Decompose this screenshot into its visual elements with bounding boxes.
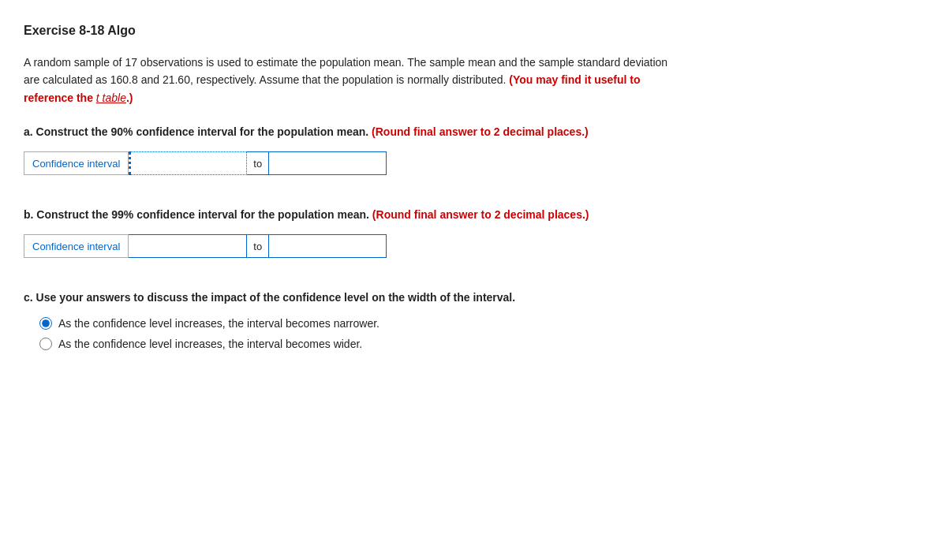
part-b-input-lower[interactable] <box>129 234 247 258</box>
t-table-link[interactable]: t table <box>96 91 126 104</box>
description: A random sample of 17 observations is us… <box>24 54 892 106</box>
part-a-section: a. Construct the 90% confidence interval… <box>24 124 907 175</box>
part-b-label: b. <box>24 208 33 221</box>
radio-item-narrower[interactable]: As the confidence level increases, the i… <box>39 317 907 330</box>
part-b-confidence-row: Confidence interval to <box>24 234 907 258</box>
part-b-input-upper[interactable] <box>268 234 387 258</box>
part-b-question-label: b. Construct the 99% confidence interval… <box>24 207 907 223</box>
part-b-round-note: (Round final answer to 2 decimal places.… <box>372 208 589 221</box>
part-a-confidence-label: Confidence interval <box>24 151 129 175</box>
part-a-label: a. <box>24 125 33 138</box>
part-c-label: c. <box>24 291 33 304</box>
desc-text1: A random sample of 17 observations is us… <box>24 56 667 69</box>
part-b-to-label: to <box>247 234 268 258</box>
radio-item-wider[interactable]: As the confidence level increases, the i… <box>39 338 907 350</box>
desc-text2: are calculated as 160.8 and 21.60, respe… <box>24 73 506 86</box>
part-a-input-upper[interactable] <box>268 151 387 175</box>
part-a-to-label: to <box>247 151 268 175</box>
part-a-question-text: Construct the 90% confidence interval fo… <box>36 125 372 138</box>
radio-narrower[interactable] <box>39 317 52 330</box>
part-a-confidence-row: Confidence interval to <box>24 151 907 175</box>
part-c-section: c. Use your answers to discuss the impac… <box>24 289 907 350</box>
part-a-question-label: a. Construct the 90% confidence interval… <box>24 124 907 140</box>
part-a-round-note: (Round final answer to 2 decimal places.… <box>372 125 589 138</box>
radio-wider[interactable] <box>39 338 52 350</box>
radio-wider-label: As the confidence level increases, the i… <box>58 338 362 350</box>
page-title: Exercise 8-18 Algo <box>24 24 907 38</box>
desc-after-link: .) <box>126 91 133 104</box>
part-a-input-lower[interactable] <box>129 151 247 175</box>
part-c-radio-group: As the confidence level increases, the i… <box>24 317 907 350</box>
radio-narrower-label: As the confidence level increases, the i… <box>58 317 380 330</box>
part-b-confidence-label: Confidence interval <box>24 234 129 258</box>
part-b-section: b. Construct the 99% confidence interval… <box>24 207 907 258</box>
part-c-question-label: c. Use your answers to discuss the impac… <box>24 289 907 306</box>
part-b-question-text: Construct the 99% confidence interval fo… <box>36 208 372 221</box>
part-c-question-text: Use your answers to discuss the impact o… <box>36 291 516 304</box>
desc-reference-prefix: reference the <box>24 91 96 104</box>
desc-bold-note: (You may find it useful to <box>509 73 640 86</box>
